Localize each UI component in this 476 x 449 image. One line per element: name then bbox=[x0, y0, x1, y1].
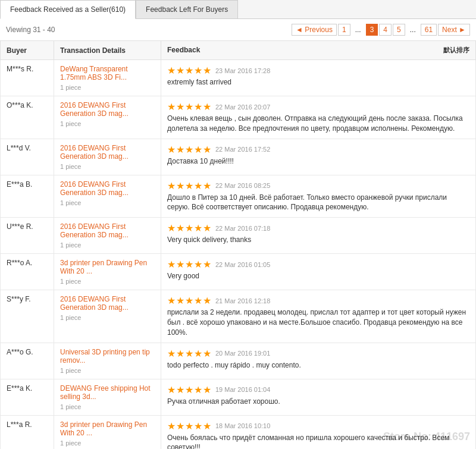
feedback-cell: ★★★★★19 Mar 2016 01:04Ручка отличная раб… bbox=[161, 379, 476, 415]
quantity-label: 1 piece bbox=[60, 84, 155, 91]
feedback-cell: ★★★★★21 Mar 2016 12:18прислали за 2 неде… bbox=[161, 290, 476, 343]
transaction-link[interactable]: 2016 DEWANG First Generation 3D mag... bbox=[60, 295, 129, 312]
feedback-text: Very quick delivery, thanks bbox=[167, 235, 469, 245]
buyer-cell: O***a K. bbox=[1, 96, 54, 139]
feedback-meta: ★★★★★22 Mar 2016 17:52 bbox=[167, 144, 469, 155]
transaction-link[interactable]: 3d printer pen Drawing Pen With 20 ... bbox=[60, 420, 147, 437]
star-rating: ★★★★★ bbox=[167, 144, 212, 155]
transaction-link[interactable]: DEWANG Free shipping Hot selling 3d... bbox=[60, 384, 151, 401]
transaction-link[interactable]: 2016 DEWANG First Generation 3D mag... bbox=[60, 101, 129, 118]
transaction-cell: 2016 DEWANG First Generation 3D mag...1 … bbox=[54, 175, 161, 218]
tab-bar: Feedback Received as a Seller(610)Feedba… bbox=[0, 0, 476, 19]
pagination-page-61[interactable]: 61 bbox=[421, 24, 437, 36]
quantity-label: 1 piece bbox=[60, 403, 155, 410]
table-row: R***o A.3d printer pen Drawing Pen With … bbox=[1, 254, 476, 290]
pagination-next[interactable]: Next ► bbox=[438, 24, 470, 36]
tab-left[interactable]: Feedback Left For Buyers bbox=[136, 0, 238, 18]
pagination: ◄ Previous1...345...61Next ► bbox=[292, 24, 470, 36]
feedback-cell: ★★★★★23 Mar 2016 17:28extremly fast arri… bbox=[161, 60, 476, 96]
feedback-date: 20 Mar 2016 19:01 bbox=[215, 350, 270, 357]
transaction-link[interactable]: 2016 DEWANG First Generation 3D mag... bbox=[60, 144, 129, 161]
col-buyer: Buyer bbox=[1, 41, 54, 60]
feedback-cell: ★★★★★22 Mar 2016 01:05Very good bbox=[161, 254, 476, 290]
quantity-label: 1 piece bbox=[60, 439, 155, 447]
feedback-text: Дошло в Питер за 10 дней. Всё работает. … bbox=[167, 193, 469, 213]
star-rating: ★★★★★ bbox=[167, 65, 212, 76]
table-row: S***y F.2016 DEWANG First Generation 3D … bbox=[1, 290, 476, 343]
feedback-meta: ★★★★★20 Mar 2016 19:01 bbox=[167, 348, 469, 359]
table-row: L***d V.2016 DEWANG First Generation 3D … bbox=[1, 139, 476, 175]
feedback-meta: ★★★★★22 Mar 2016 07:18 bbox=[167, 222, 469, 234]
feedback-meta: ★★★★★21 Mar 2016 12:18 bbox=[167, 295, 469, 306]
buyer-cell: S***y F. bbox=[1, 290, 54, 343]
col-feedback: Feedback 默认排序 bbox=[161, 41, 476, 60]
buyer-cell: E***a B. bbox=[1, 175, 54, 218]
tab-received[interactable]: Feedback Received as a Seller(610) bbox=[0, 0, 136, 19]
feedback-meta: ★★★★★22 Mar 2016 01:05 bbox=[167, 259, 469, 270]
feedback-date: 22 Mar 2016 20:07 bbox=[215, 103, 270, 111]
feedback-date: 22 Mar 2016 01:05 bbox=[215, 261, 270, 268]
transaction-link[interactable]: Universal 3D printing pen tip remov... bbox=[60, 348, 150, 365]
table-row: O***a K.2016 DEWANG First Generation 3D … bbox=[1, 96, 476, 139]
feedback-meta: ★★★★★22 Mar 2016 08:25 bbox=[167, 180, 469, 191]
star-rating: ★★★★★ bbox=[167, 259, 212, 270]
quantity-label: 1 piece bbox=[60, 120, 155, 127]
feedback-date: 22 Mar 2016 17:52 bbox=[215, 146, 270, 153]
buyer-cell: L***d V. bbox=[1, 139, 54, 175]
pagination-ellipsis: ... bbox=[352, 24, 365, 35]
star-rating: ★★★★★ bbox=[167, 101, 212, 112]
transaction-cell: 2016 DEWANG First Generation 3D mag...1 … bbox=[54, 139, 161, 175]
transaction-link[interactable]: 2016 DEWANG First Generation 3D mag... bbox=[60, 180, 129, 197]
buyer-cell: R***o A. bbox=[1, 254, 54, 290]
feedback-date: 18 Mar 2016 10:10 bbox=[215, 422, 270, 429]
pagination-page-1[interactable]: 1 bbox=[338, 24, 350, 36]
sort-button[interactable]: 默认排序 bbox=[443, 46, 469, 55]
feedback-date: 22 Mar 2016 08:25 bbox=[215, 182, 270, 189]
pagination-page-3[interactable]: 3 bbox=[366, 24, 378, 36]
table-row: E***a K.DEWANG Free shipping Hot selling… bbox=[1, 379, 476, 415]
quantity-label: 1 piece bbox=[60, 314, 155, 321]
table-row: E***a B.2016 DEWANG First Generation 3D … bbox=[1, 175, 476, 218]
transaction-link[interactable]: 2016 DEWANG First Generation 3D mag... bbox=[60, 222, 129, 239]
quantity-label: 1 piece bbox=[60, 278, 155, 285]
pagination-page-5[interactable]: 5 bbox=[393, 24, 405, 36]
store-watermark: Store No: 411697 bbox=[383, 431, 470, 443]
star-rating: ★★★★★ bbox=[167, 180, 212, 191]
feedback-text: todo perfecto . muy rápido . muy content… bbox=[167, 360, 469, 370]
col-transaction: Transaction Details bbox=[54, 41, 161, 60]
transaction-link[interactable]: 3d printer pen Drawing Pen With 20 ... bbox=[60, 259, 147, 275]
transaction-cell: 3d printer pen Drawing Pen With 20 ...1 … bbox=[54, 415, 161, 449]
feedback-meta: ★★★★★19 Mar 2016 01:04 bbox=[167, 384, 469, 395]
star-rating: ★★★★★ bbox=[167, 348, 212, 359]
feedback-cell: ★★★★★22 Mar 2016 17:52Доставка 10 дней!!… bbox=[161, 139, 476, 175]
feedback-cell: ★★★★★20 Mar 2016 19:01todo perfecto . mu… bbox=[161, 343, 476, 379]
feedback-text: прислали за 2 недели. продавец молодец. … bbox=[167, 307, 469, 337]
star-rating: ★★★★★ bbox=[167, 384, 212, 395]
transaction-link[interactable]: DeWang Transparent 1.75mm ABS 3D Fi... bbox=[60, 65, 128, 81]
feedback-cell: ★★★★★22 Mar 2016 08:25Дошло в Питер за 1… bbox=[161, 175, 476, 218]
star-rating: ★★★★★ bbox=[167, 222, 212, 234]
feedback-text: Very good bbox=[167, 271, 469, 281]
buyer-cell: U***e R. bbox=[1, 218, 54, 254]
transaction-cell: Universal 3D printing pen tip remov...1 … bbox=[54, 343, 161, 379]
transaction-cell: DEWANG Free shipping Hot selling 3d...1 … bbox=[54, 379, 161, 415]
buyer-cell: A***o G. bbox=[1, 343, 54, 379]
transaction-cell: 3d printer pen Drawing Pen With 20 ...1 … bbox=[54, 254, 161, 290]
feedback-text: extremly fast arrived bbox=[167, 77, 469, 87]
tabs-container: Feedback Received as a Seller(610)Feedba… bbox=[0, 0, 476, 19]
feedback-date: 22 Mar 2016 07:18 bbox=[215, 225, 270, 232]
pagination-prev[interactable]: ◄ Previous bbox=[292, 24, 337, 36]
pagination-page-4[interactable]: 4 bbox=[379, 24, 392, 36]
quantity-label: 1 piece bbox=[60, 163, 155, 170]
buyer-cell: E***a K. bbox=[1, 379, 54, 415]
buyer-cell: L***a R. bbox=[1, 415, 54, 449]
feedback-meta: ★★★★★18 Mar 2016 10:10 bbox=[167, 420, 469, 432]
transaction-cell: DeWang Transparent 1.75mm ABS 3D Fi...1 … bbox=[54, 60, 161, 96]
feedback-date: 21 Mar 2016 12:18 bbox=[215, 297, 270, 304]
quantity-label: 1 piece bbox=[60, 241, 155, 249]
table-row: M***s R.DeWang Transparent 1.75mm ABS 3D… bbox=[1, 60, 476, 96]
transaction-cell: 2016 DEWANG First Generation 3D mag...1 … bbox=[54, 218, 161, 254]
feedback-meta: ★★★★★22 Mar 2016 20:07 bbox=[167, 101, 469, 112]
star-rating: ★★★★★ bbox=[167, 420, 212, 432]
feedback-text: Очень клевая вещь , сын доволен. Отправк… bbox=[167, 114, 469, 134]
